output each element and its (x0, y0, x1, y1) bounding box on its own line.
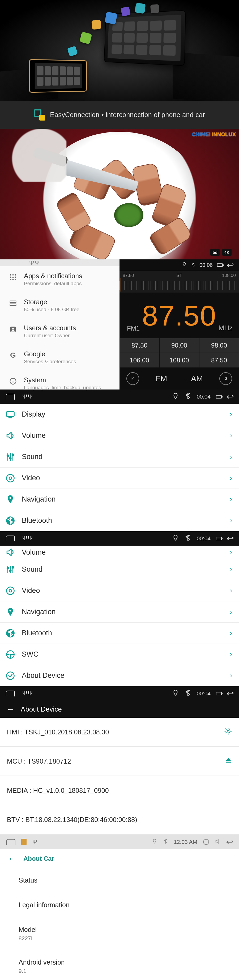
menu-item-bluetooth[interactable]: Bluetooth › (0, 510, 239, 531)
promo-tagline-bar: EasyConnection • interconnection of phon… (0, 101, 239, 129)
settings-row-apps[interactable]: Apps & notifications Permissions, defaul… (0, 266, 120, 292)
clock-text: 00:04 (196, 393, 210, 400)
about-row-hmi[interactable]: HMI : TSKJ_010.2018.08.23.08.30 (0, 718, 239, 747)
back-icon[interactable]: ↩ (226, 261, 234, 269)
menu-item-volume[interactable]: Volume › (0, 425, 239, 446)
home-icon[interactable] (10, 260, 19, 266)
section-heading: Status (19, 877, 231, 884)
menu-item-sound[interactable]: Sound › (0, 446, 239, 468)
menu-label: Bluetooth (22, 629, 52, 637)
back-icon[interactable]: ↩ (226, 534, 234, 543)
row-subtitle: Languages, time, backup, updates (24, 385, 101, 391)
chevron-right-icon: › (230, 474, 232, 482)
menu-item-navigation[interactable]: Navigation › (0, 489, 239, 510)
promo-hero (0, 0, 239, 101)
am-mode-button[interactable]: AM (183, 374, 210, 383)
about-car-legal[interactable]: Legal information (19, 892, 231, 917)
back-icon[interactable]: ↩ (226, 393, 234, 401)
section-value: 9.1 (19, 968, 231, 974)
settings-row-users[interactable]: Users & accounts Current user: Owner (0, 318, 120, 344)
back-arrow-icon[interactable]: ← (6, 705, 14, 714)
settings-row-storage[interactable]: Storage 50% used - 8.06 GB free (0, 292, 120, 318)
gear-icon[interactable] (224, 727, 232, 737)
home-icon[interactable] (6, 690, 15, 697)
equalizer-icon (5, 565, 15, 574)
menu-label: About Device (22, 671, 65, 680)
video-icon (5, 586, 15, 596)
about-row-text: HMI : TSKJ_010.2018.08.23.08.30 (7, 728, 109, 736)
back-icon[interactable]: ↩ (226, 838, 233, 846)
floating-app-icon (80, 32, 92, 44)
preset-button[interactable]: 98.00 (199, 338, 239, 353)
fm-mode-button[interactable]: FM (148, 374, 174, 383)
about-car-status[interactable]: Status (19, 868, 231, 892)
menu-item-volume-partial[interactable]: Volume › (0, 546, 239, 559)
row-title: Google (24, 350, 76, 358)
svg-point-6 (10, 279, 11, 280)
svg-point-1 (13, 275, 14, 275)
menu-item-navigation[interactable]: Navigation › (0, 601, 239, 623)
settings-menu-1: Display › Volume › Sound › Video › Navig… (0, 404, 239, 531)
bluetooth-icon (184, 393, 191, 401)
about-row-text: MCU : TS907.180712 (7, 757, 71, 765)
menu-label: SWC (22, 650, 38, 659)
status-bar: Ψ Ψ 00:04 ↩ (0, 531, 239, 546)
about-row-media[interactable]: MEDIA : HC_v1.0.0_180817_0900 (0, 776, 239, 805)
home-icon[interactable] (6, 839, 15, 845)
about-car-android-version[interactable]: Android version 9.1 (19, 950, 231, 980)
battery-icon (216, 395, 222, 399)
menu-item-swc[interactable]: SWC › (0, 644, 239, 665)
chevron-right-icon: › (230, 495, 232, 503)
svg-point-2 (15, 275, 16, 275)
home-icon[interactable] (6, 394, 15, 399)
menu-item-display[interactable]: Display › (0, 404, 239, 425)
preset-button[interactable]: 108.00 (159, 353, 199, 368)
chevron-right-icon: › (230, 453, 232, 461)
about-device-header: ← About Device (0, 701, 239, 718)
menu-item-sound[interactable]: Sound › (0, 559, 239, 580)
menu-item-about-device[interactable]: About Device › (0, 665, 239, 686)
menu-item-video[interactable]: Video › (0, 468, 239, 489)
row-subtitle: Current user: Owner (24, 332, 76, 339)
brightness-icon[interactable] (203, 839, 209, 845)
seek-prev-button[interactable] (126, 372, 139, 385)
phone-grid (35, 63, 82, 89)
usb-icon: Ψ Ψ (22, 535, 32, 542)
battery-icon (216, 537, 222, 540)
home-icon[interactable] (6, 536, 15, 541)
floating-app-icon (121, 6, 131, 16)
about-row-mcu[interactable]: MCU : TS907.180712 (0, 747, 239, 776)
about-car-model[interactable]: Model 8227L (19, 917, 231, 950)
chevron-right-icon: › (230, 650, 232, 659)
radio-dial[interactable]: 87.50 ST 108.00 (120, 270, 239, 293)
svg-point-25 (9, 477, 12, 479)
pin-icon (5, 607, 15, 617)
settings-row-system[interactable]: System Languages, time, backup, updates (0, 371, 120, 396)
preset-button[interactable]: 87.50 (199, 353, 239, 368)
volume-icon[interactable] (215, 838, 221, 846)
band-label: FM1 (127, 325, 140, 332)
storage-icon (9, 299, 17, 307)
svg-rect-16 (6, 411, 14, 416)
eject-icon[interactable] (225, 757, 232, 766)
usb-icon: Ψ Ψ (29, 259, 39, 266)
menu-label: Sound (22, 453, 43, 461)
menu-label: Video (22, 474, 40, 482)
battery-icon (217, 263, 223, 267)
about-row-btv[interactable]: BTV : BT.18.08.22.1340(DE:80:46:00:00:88… (0, 805, 239, 835)
badge: 4K (222, 249, 231, 256)
floating-app-icon (135, 3, 146, 14)
back-arrow-icon[interactable]: ← (8, 854, 16, 863)
menu-item-video[interactable]: Video › (0, 580, 239, 601)
chevron-right-icon: › (230, 431, 232, 440)
back-icon[interactable]: ↩ (226, 689, 234, 698)
about-device-title: About Device (21, 705, 62, 713)
menu-item-bluetooth[interactable]: Bluetooth › (0, 623, 239, 644)
preset-button[interactable]: 87.50 (120, 338, 159, 353)
battery-icon (216, 692, 222, 695)
settings-row-google[interactable]: G Google Services & preferences (0, 344, 120, 371)
about-row-text: BTV : BT.18.08.22.1340(DE:80:46:00:00:88… (7, 816, 137, 824)
seek-next-button[interactable] (219, 372, 232, 385)
preset-button[interactable]: 90.00 (159, 338, 199, 353)
preset-button[interactable]: 106.00 (120, 353, 159, 368)
